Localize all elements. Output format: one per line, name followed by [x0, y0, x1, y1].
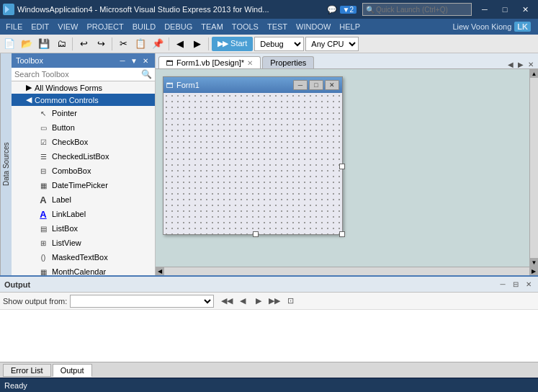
paste-button[interactable]: 📌: [150, 37, 166, 51]
output-prev-button[interactable]: ◀: [236, 295, 250, 308]
toolbox-item-checkbox[interactable]: ☑ CheckBox: [12, 135, 155, 149]
save-all-button[interactable]: 🗂: [53, 37, 69, 51]
menu-file[interactable]: FILE: [1, 19, 27, 35]
form1-maximize-button[interactable]: □: [309, 80, 323, 90]
copy-button[interactable]: 📋: [133, 37, 148, 51]
toolbox-header-buttons: ─ ▼ ✕: [117, 55, 151, 66]
toolbox-item-label-maskedtextbox: MaskedTextBox: [52, 253, 108, 262]
tab-properties[interactable]: Properties: [262, 56, 314, 68]
combobox-icon: ⊟: [37, 165, 49, 177]
tab-form1-design[interactable]: 🗔 Form1.vb [Design]* ✕: [158, 56, 261, 68]
toolbox-dropdown-button[interactable]: ▼: [129, 55, 139, 66]
toolbox-item-button[interactable]: ▭ Button: [12, 120, 155, 135]
toolbox-item-listview[interactable]: ⊞ ListView: [12, 236, 155, 250]
vscroll-down-button[interactable]: ▼: [530, 258, 538, 267]
bottom-tab-output[interactable]: Output: [53, 364, 92, 377]
close-button[interactable]: ✕: [515, 2, 535, 17]
toolbox-item-label-monthcalendar: MonthCalendar: [52, 267, 106, 275]
designer-horizontal-scrollbar[interactable]: ◀ ▶: [156, 267, 538, 275]
quick-launch-input[interactable]: [375, 6, 468, 14]
toolbox-item-combobox[interactable]: ⊟ ComboBox: [12, 164, 155, 178]
toolbox-search-input[interactable]: [14, 70, 141, 79]
menu-tools[interactable]: TOOLS: [228, 19, 263, 35]
form1-resize-right-handle[interactable]: [339, 164, 345, 169]
menu-window[interactable]: WINDOW: [292, 19, 335, 35]
menu-project[interactable]: PROJECT: [82, 19, 127, 35]
new-project-button[interactable]: 📄: [1, 37, 17, 51]
toolbox-item-label[interactable]: A Label: [12, 192, 155, 207]
designer-nav-right[interactable]: ▶: [516, 61, 525, 68]
toolbox-search-bar: 🔍: [12, 68, 155, 81]
menu-build[interactable]: BUILD: [128, 19, 160, 35]
hscroll-left-button[interactable]: ◀: [156, 267, 164, 276]
tab-form1-close[interactable]: ✕: [247, 59, 253, 67]
toolbox-item-datetimepicker[interactable]: ▦ DateTimePicker: [12, 178, 155, 192]
minimize-button[interactable]: ─: [475, 2, 495, 17]
designer-nav-left[interactable]: ◀: [506, 61, 515, 68]
toolbox-search-icon: 🔍: [141, 69, 152, 79]
platform-select[interactable]: Any CPU x86 x64: [305, 37, 359, 51]
toolbox-item-listbox[interactable]: ▤ ListBox: [12, 221, 155, 236]
maskedtextbox-icon: (): [37, 251, 49, 263]
designer-canvas[interactable]: 🗔 Form1 ─ □ ✕: [156, 69, 529, 267]
menu-team[interactable]: TEAM: [197, 19, 228, 35]
menu-help[interactable]: HELP: [335, 19, 364, 35]
toolbox-item-label-listview: ListView: [52, 239, 81, 247]
form1-resize-corner-handle[interactable]: [339, 231, 345, 237]
toolbox-category-all-windows[interactable]: ▶ All Windows Forms: [12, 81, 155, 94]
form1-window[interactable]: 🗔 Form1 ─ □ ✕: [163, 76, 343, 235]
output-pin-button[interactable]: ─: [498, 280, 508, 290]
cut-button[interactable]: ✂: [115, 37, 131, 51]
hscroll-right-button[interactable]: ▶: [529, 267, 538, 276]
toolbox-item-maskedtextbox[interactable]: () MaskedTextBox: [12, 250, 155, 264]
output-first-button[interactable]: ◀◀: [220, 295, 234, 308]
toolbox-title: Toolbox: [16, 56, 43, 65]
form1-close-button[interactable]: ✕: [325, 80, 339, 90]
output-close-button[interactable]: ✕: [524, 280, 534, 290]
output-next-button[interactable]: ▶: [251, 295, 266, 308]
toolbox-item-checkedlistbox[interactable]: ☰ CheckedListBox: [12, 149, 155, 164]
title-bar: WindowsApplication4 - Microsoft Visual S…: [0, 0, 538, 19]
navigate-back-button[interactable]: ◀: [172, 37, 188, 51]
toolbox-content: ▶ All Windows Forms ◀ Common Controls ↖ …: [12, 81, 155, 275]
save-button[interactable]: 💾: [36, 37, 52, 51]
label-icon: A: [37, 194, 49, 205]
bottom-tab-error-list[interactable]: Error List: [3, 364, 51, 377]
designer-area: 🗔 Form1.vb [Design]* ✕ Properties ◀ ▶ ✕: [156, 53, 538, 275]
toolbox-close-button[interactable]: ✕: [140, 55, 151, 66]
toolbox-category-common-controls[interactable]: ◀ Common Controls: [12, 94, 155, 106]
output-header-buttons: ─ ⊟ ✕: [498, 280, 534, 290]
config-select[interactable]: Debug Release: [254, 37, 304, 51]
navigate-forward-button[interactable]: ▶: [189, 37, 205, 51]
v2-badge[interactable]: ▼2: [340, 6, 357, 14]
output-show-from-label: Show output from:: [3, 297, 67, 306]
menu-test[interactable]: TEST: [263, 19, 292, 35]
datetimepicker-icon: ▦: [37, 179, 49, 191]
output-clear-button[interactable]: ⊡: [283, 295, 297, 308]
toolbox-item-pointer[interactable]: ↖ Pointer: [12, 106, 155, 120]
toolbox-item-label-checkedlistbox: CheckedListBox: [52, 152, 109, 161]
listview-icon: ⊞: [37, 237, 49, 249]
output-source-dropdown[interactable]: [70, 295, 214, 308]
form1-minimize-button[interactable]: ─: [293, 80, 308, 90]
form1-body[interactable]: [163, 93, 342, 234]
designer-vertical-scrollbar[interactable]: ▲ ▼: [529, 69, 538, 267]
toolbox-item-monthcalendar[interactable]: ▦ MonthCalendar: [12, 264, 155, 275]
maximize-button[interactable]: □: [495, 2, 515, 17]
menu-debug[interactable]: DEBUG: [160, 19, 197, 35]
redo-button[interactable]: ↪: [93, 37, 109, 51]
checkedlistbox-icon: ☰: [37, 151, 49, 162]
form1-resize-bottom-handle[interactable]: [253, 231, 259, 237]
toolbox-item-linklabel[interactable]: A LinkLabel: [12, 207, 155, 221]
output-undock-button[interactable]: ⊟: [511, 280, 521, 290]
toolbox-pin-button[interactable]: ─: [117, 55, 127, 66]
open-file-button[interactable]: 📂: [19, 37, 35, 51]
menu-edit[interactable]: EDIT: [27, 19, 53, 35]
menu-view[interactable]: VIEW: [53, 19, 82, 35]
start-button[interactable]: ▶ ▶ Start: [212, 37, 253, 51]
title-right-area: 💬 ▼2 🔍: [327, 3, 472, 16]
vscroll-up-button[interactable]: ▲: [530, 69, 538, 78]
designer-close-button[interactable]: ✕: [526, 61, 535, 68]
undo-button[interactable]: ↩: [76, 37, 91, 51]
output-last-button[interactable]: ▶▶: [267, 295, 282, 308]
